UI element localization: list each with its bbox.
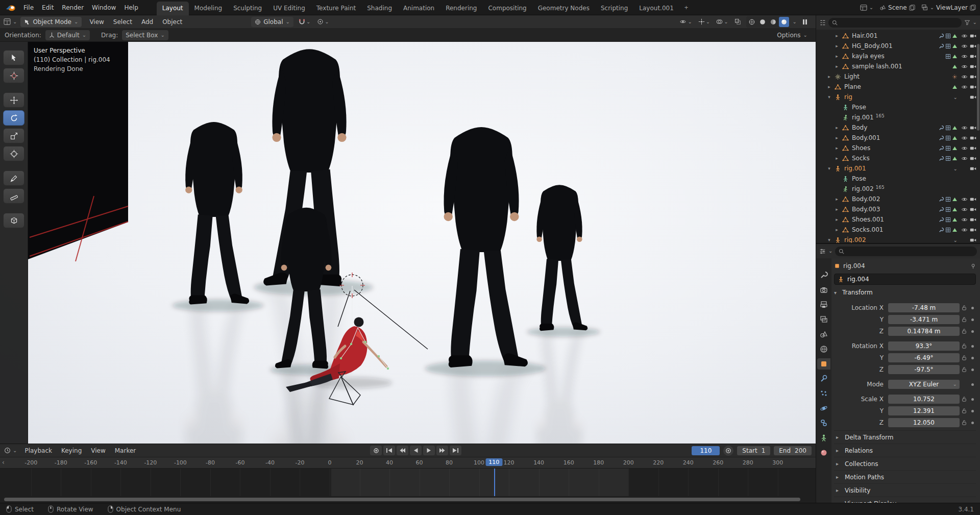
expand-toggle[interactable]: ▾ <box>826 237 832 242</box>
outliner-search-input[interactable] <box>828 18 962 28</box>
tool-rotate-button[interactable] <box>3 110 24 126</box>
lock-icon[interactable] <box>960 420 969 426</box>
expand-toggle[interactable]: ▾ <box>826 94 832 100</box>
disable-render-toggle[interactable] <box>969 237 977 243</box>
workspace-tab-texture-paint[interactable]: Texture Paint <box>311 2 361 15</box>
animate-property-dot[interactable] <box>969 369 976 371</box>
panel-section-visibility[interactable]: ▸Visibility <box>834 483 976 497</box>
hide-viewport-toggle[interactable] <box>960 135 969 141</box>
animate-property-dot[interactable] <box>969 410 976 412</box>
hide-viewport-toggle[interactable] <box>960 145 969 152</box>
lock-icon[interactable] <box>960 343 969 349</box>
disable-render-toggle[interactable] <box>969 43 977 50</box>
playhead-frame-label[interactable]: 110 <box>485 458 502 466</box>
panel-overflow-arrow[interactable]: ‹ <box>2 459 5 466</box>
disable-render-toggle[interactable] <box>969 155 977 162</box>
disable-render-toggle[interactable] <box>969 63 977 70</box>
auto-keying-toggle[interactable] <box>723 446 733 456</box>
properties-tab-render[interactable] <box>817 284 830 296</box>
tool-add-cube-button[interactable] <box>3 213 24 228</box>
outliner-row[interactable]: ▸Body.002 <box>816 194 980 204</box>
disable-render-toggle[interactable] <box>969 165 977 172</box>
expand-toggle[interactable]: ▸ <box>826 74 832 79</box>
menu-edit[interactable]: Edit <box>38 3 58 13</box>
expand-toggle[interactable]: ▾ <box>826 166 832 171</box>
outliner-row[interactable]: ▸Body.001 <box>816 133 980 143</box>
menu-file[interactable]: File <box>19 3 38 13</box>
hide-viewport-toggle[interactable] <box>960 73 969 80</box>
outliner-row[interactable]: ▾rig.001⌄ <box>816 163 980 174</box>
tool-measure-button[interactable] <box>3 188 24 204</box>
timeline-menu-keying[interactable]: Keying <box>57 446 86 456</box>
outliner-editor-icon[interactable] <box>819 19 826 26</box>
panel-section-viewport-display[interactable]: ▸Viewport Display <box>834 497 976 503</box>
expand-toggle[interactable]: ▸ <box>834 33 840 38</box>
value-field[interactable]: -6.49° <box>888 353 960 362</box>
outliner-row[interactable]: ▸Plane <box>816 82 980 92</box>
properties-tab-world[interactable] <box>817 344 830 355</box>
outliner-row[interactable]: rig.002165 <box>816 184 980 194</box>
hide-viewport-toggle[interactable] <box>960 33 969 39</box>
workspace-tab-layout[interactable]: Layout <box>157 2 189 15</box>
animate-property-dot[interactable] <box>969 398 976 401</box>
pause-render-button[interactable] <box>800 17 810 27</box>
properties-search-input[interactable] <box>835 247 977 256</box>
tool-annotate-button[interactable] <box>3 170 24 186</box>
workspace-tab-uv-editing[interactable]: UV Editing <box>267 2 311 15</box>
play-reverse-button[interactable] <box>410 446 422 455</box>
outliner-row[interactable]: ▸HG_Body.001 <box>816 41 980 51</box>
timeline-menu-playback[interactable]: Playback <box>20 446 56 456</box>
expand-toggle[interactable]: ▸ <box>834 135 840 140</box>
menu-help[interactable]: Help <box>120 3 142 13</box>
rotation-mode-dropdown[interactable]: XYZ Euler⌄ <box>888 380 960 389</box>
disable-render-toggle[interactable] <box>969 84 977 90</box>
properties-tab-constraints[interactable] <box>817 418 830 429</box>
disable-render-toggle[interactable] <box>969 227 977 233</box>
tool-scale-button[interactable] <box>3 128 24 143</box>
workspace-tab-modeling[interactable]: Modeling <box>189 2 228 15</box>
options-dropdown[interactable]: Options ⌄ <box>773 30 811 40</box>
viewport-menu-add[interactable]: Add <box>137 17 157 27</box>
disable-render-toggle[interactable] <box>969 125 977 131</box>
hide-viewport-toggle[interactable] <box>960 216 969 223</box>
hide-viewport-toggle[interactable] <box>960 63 969 70</box>
chevron-down-icon[interactable]: ⌄ <box>973 20 977 25</box>
orientation-default-dropdown[interactable]: Default ⌄ <box>45 30 90 40</box>
shading-options-chevron[interactable]: ⌄ <box>793 19 797 24</box>
disable-render-toggle[interactable] <box>969 216 977 223</box>
panel-section-collections[interactable]: ▸Collections <box>834 457 976 470</box>
workspace-tab-animation[interactable]: Animation <box>398 2 440 15</box>
mode-selector[interactable]: Object Mode ⌄ <box>20 17 82 27</box>
workspace-tab-shading[interactable]: Shading <box>361 2 398 15</box>
disable-render-toggle[interactable] <box>969 196 977 203</box>
outliner-row[interactable]: ▸Hair.001 <box>816 31 980 41</box>
outliner-row[interactable]: ▸Shoes.001 <box>816 214 980 225</box>
hide-viewport-toggle[interactable] <box>960 43 969 50</box>
screen-layout-widget[interactable]: ⌄ <box>860 5 873 11</box>
timeline-ruler[interactable]: ‹ 110 -200-180-160-140-120-100-80-60-40-… <box>0 457 816 469</box>
properties-tab-material[interactable] <box>817 447 830 458</box>
outliner-row[interactable]: rig.001165 <box>816 112 980 122</box>
scene-selector[interactable]: Scene <box>879 4 915 11</box>
properties-tab-scene[interactable] <box>817 329 830 340</box>
value-field[interactable]: 10.752 <box>888 395 960 404</box>
gizmo-dropdown[interactable]: ⌄ <box>697 17 712 27</box>
animate-property-dot[interactable] <box>969 307 976 309</box>
lock-icon[interactable] <box>960 366 969 373</box>
outliner-row[interactable]: ▸kayla eyes <box>816 51 980 61</box>
value-field[interactable]: -97.5° <box>888 365 960 374</box>
disable-render-toggle[interactable] <box>969 135 977 141</box>
timeline-menu-view[interactable]: View <box>87 446 109 456</box>
blender-logo-icon[interactable] <box>4 3 17 13</box>
jump-to-start-button[interactable] <box>383 446 395 455</box>
hide-viewport-toggle[interactable] <box>960 196 969 203</box>
playhead[interactable] <box>494 469 495 496</box>
outliner-row[interactable]: ▸Socks <box>816 153 980 163</box>
expand-toggle[interactable]: ▸ <box>834 125 840 130</box>
new-scene-icon[interactable] <box>909 5 915 11</box>
panel-section-motion-paths[interactable]: ▸Motion Paths <box>834 470 976 483</box>
editor-type-selector[interactable]: ⌄ <box>4 18 17 25</box>
expand-toggle[interactable]: ▸ <box>834 64 840 69</box>
hide-viewport-toggle[interactable] <box>960 227 969 233</box>
outliner-scrollbar[interactable] <box>977 44 979 131</box>
